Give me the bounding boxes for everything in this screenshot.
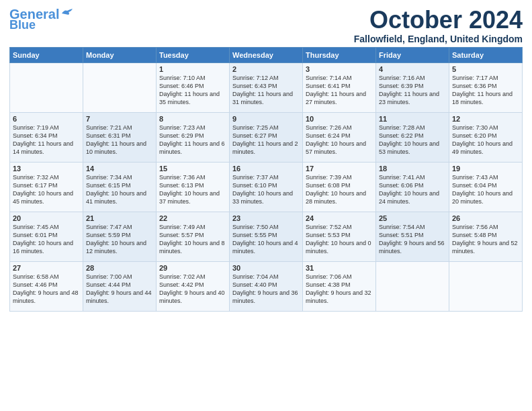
day-number: 8 (159, 115, 226, 123)
day-header-saturday: Saturday (449, 47, 523, 62)
cell-content: Sunrise: 7:19 AMSunset: 6:34 PMDaylight:… (13, 124, 80, 156)
calendar-cell: 3Sunrise: 7:14 AMSunset: 6:41 PMDaylight… (303, 62, 376, 112)
day-header-thursday: Thursday (303, 47, 376, 62)
cell-content: Sunrise: 7:30 AMSunset: 6:20 PMDaylight:… (452, 124, 519, 156)
cell-content: Sunrise: 7:37 AMSunset: 6:10 PMDaylight:… (232, 173, 300, 206)
day-number: 19 (452, 165, 519, 173)
cell-content: Sunrise: 7:56 AMSunset: 5:48 PMDaylight:… (452, 223, 519, 256)
calendar-cell: 12Sunrise: 7:30 AMSunset: 6:20 PMDayligh… (449, 112, 523, 162)
cell-content: Sunrise: 7:14 AMSunset: 6:41 PMDaylight:… (306, 74, 373, 107)
cell-content: Sunrise: 7:28 AMSunset: 6:22 PMDaylight:… (379, 124, 446, 156)
day-number: 7 (86, 115, 153, 123)
calendar-cell: 1Sunrise: 7:10 AMSunset: 6:46 PMDaylight… (157, 62, 230, 112)
calendar-header-row: SundayMondayTuesdayWednesdayThursdayFrid… (10, 47, 523, 62)
calendar-cell (83, 62, 157, 112)
location-title: Fallowfield, England, United Kingdom (354, 34, 523, 44)
calendar-cell: 28Sunrise: 7:00 AMSunset: 4:44 PMDayligh… (83, 261, 157, 311)
day-number: 30 (232, 264, 300, 272)
day-number: 23 (232, 214, 300, 222)
day-number: 1 (159, 65, 226, 73)
calendar-table: SundayMondayTuesdayWednesdayThursdayFrid… (9, 47, 523, 312)
day-number: 29 (159, 264, 226, 272)
calendar-week-3: 13Sunrise: 7:32 AMSunset: 6:17 PMDayligh… (10, 162, 523, 212)
cell-content: Sunrise: 7:25 AMSunset: 6:27 PMDaylight:… (232, 124, 300, 156)
day-number: 15 (159, 165, 226, 173)
day-number: 20 (13, 214, 80, 222)
calendar-cell: 21Sunrise: 7:47 AMSunset: 5:59 PMDayligh… (83, 212, 157, 261)
day-number: 5 (452, 65, 519, 73)
calendar-week-4: 20Sunrise: 7:45 AMSunset: 6:01 PMDayligh… (10, 212, 523, 261)
day-header-sunday: Sunday (10, 47, 83, 62)
cell-content: Sunrise: 7:00 AMSunset: 4:44 PMDaylight:… (86, 273, 153, 306)
cell-content: Sunrise: 7:21 AMSunset: 6:31 PMDaylight:… (86, 124, 153, 156)
cell-content: Sunrise: 7:39 AMSunset: 6:08 PMDaylight:… (306, 173, 373, 206)
cell-content: Sunrise: 7:49 AMSunset: 5:57 PMDaylight:… (159, 223, 226, 256)
cell-content: Sunrise: 7:23 AMSunset: 6:29 PMDaylight:… (159, 124, 226, 156)
cell-content: Sunrise: 7:41 AMSunset: 6:06 PMDaylight:… (379, 173, 446, 206)
calendar-cell (376, 261, 449, 311)
cell-content: Sunrise: 7:17 AMSunset: 6:36 PMDaylight:… (452, 74, 519, 107)
calendar-cell: 4Sunrise: 7:16 AMSunset: 6:39 PMDaylight… (376, 62, 449, 112)
cell-content: Sunrise: 7:34 AMSunset: 6:15 PMDaylight:… (86, 173, 153, 206)
day-number: 9 (232, 115, 300, 123)
calendar-cell: 2Sunrise: 7:12 AMSunset: 6:43 PMDaylight… (230, 62, 303, 112)
day-header-wednesday: Wednesday (230, 47, 303, 62)
cell-content: Sunrise: 7:12 AMSunset: 6:43 PMDaylight:… (232, 74, 300, 107)
calendar-cell: 13Sunrise: 7:32 AMSunset: 6:17 PMDayligh… (10, 162, 83, 212)
cell-content: Sunrise: 7:36 AMSunset: 6:13 PMDaylight:… (159, 173, 226, 206)
cell-content: Sunrise: 6:58 AMSunset: 4:46 PMDaylight:… (13, 273, 80, 306)
day-number: 26 (452, 214, 519, 222)
calendar-cell (449, 261, 523, 311)
calendar-cell: 10Sunrise: 7:26 AMSunset: 6:24 PMDayligh… (303, 112, 376, 162)
calendar-week-2: 6Sunrise: 7:19 AMSunset: 6:34 PMDaylight… (10, 112, 523, 162)
day-number: 11 (379, 115, 446, 123)
day-header-friday: Friday (376, 47, 449, 62)
day-number: 6 (13, 115, 80, 123)
calendar-cell: 26Sunrise: 7:56 AMSunset: 5:48 PMDayligh… (449, 212, 523, 261)
cell-content: Sunrise: 7:32 AMSunset: 6:17 PMDaylight:… (13, 173, 80, 206)
day-header-monday: Monday (83, 47, 157, 62)
cell-content: Sunrise: 7:16 AMSunset: 6:39 PMDaylight:… (379, 74, 446, 107)
cell-content: Sunrise: 7:26 AMSunset: 6:24 PMDaylight:… (306, 124, 373, 156)
cell-content: Sunrise: 7:54 AMSunset: 5:51 PMDaylight:… (379, 223, 446, 256)
page-container: General Blue October 2024 Fallowfield, E… (0, 0, 532, 316)
calendar-cell: 7Sunrise: 7:21 AMSunset: 6:31 PMDaylight… (83, 112, 157, 162)
day-number: 16 (232, 165, 300, 173)
calendar-week-1: 1Sunrise: 7:10 AMSunset: 6:46 PMDaylight… (10, 62, 523, 112)
day-number: 12 (452, 115, 519, 123)
logo-blue: Blue (9, 19, 36, 32)
cell-content: Sunrise: 7:52 AMSunset: 5:53 PMDaylight:… (306, 223, 373, 256)
day-number: 14 (86, 165, 153, 173)
calendar-cell: 6Sunrise: 7:19 AMSunset: 6:34 PMDaylight… (10, 112, 83, 162)
day-number: 31 (306, 264, 373, 272)
day-number: 24 (306, 214, 373, 222)
calendar-cell: 9Sunrise: 7:25 AMSunset: 6:27 PMDaylight… (230, 112, 303, 162)
cell-content: Sunrise: 7:47 AMSunset: 5:59 PMDaylight:… (86, 223, 153, 256)
cell-content: Sunrise: 7:43 AMSunset: 6:04 PMDaylight:… (452, 173, 519, 206)
calendar-cell: 17Sunrise: 7:39 AMSunset: 6:08 PMDayligh… (303, 162, 376, 212)
day-number: 17 (306, 165, 373, 173)
title-block: October 2024 Fallowfield, England, Unite… (354, 7, 523, 44)
calendar-cell: 31Sunrise: 7:06 AMSunset: 4:38 PMDayligh… (303, 261, 376, 311)
calendar-cell: 24Sunrise: 7:52 AMSunset: 5:53 PMDayligh… (303, 212, 376, 261)
cell-content: Sunrise: 7:10 AMSunset: 6:46 PMDaylight:… (159, 74, 226, 107)
day-number: 13 (13, 165, 80, 173)
calendar-cell: 8Sunrise: 7:23 AMSunset: 6:29 PMDaylight… (157, 112, 230, 162)
cell-content: Sunrise: 7:04 AMSunset: 4:40 PMDaylight:… (232, 273, 300, 306)
day-number: 25 (379, 214, 446, 222)
calendar-cell: 20Sunrise: 7:45 AMSunset: 6:01 PMDayligh… (10, 212, 83, 261)
calendar-cell: 11Sunrise: 7:28 AMSunset: 6:22 PMDayligh… (376, 112, 449, 162)
day-number: 28 (86, 264, 153, 272)
calendar-cell: 29Sunrise: 7:02 AMSunset: 4:42 PMDayligh… (157, 261, 230, 311)
cell-content: Sunrise: 7:06 AMSunset: 4:38 PMDaylight:… (306, 273, 373, 306)
calendar-cell: 15Sunrise: 7:36 AMSunset: 6:13 PMDayligh… (157, 162, 230, 212)
day-number: 10 (306, 115, 373, 123)
cell-content: Sunrise: 7:02 AMSunset: 4:42 PMDaylight:… (159, 273, 226, 306)
calendar-cell: 14Sunrise: 7:34 AMSunset: 6:15 PMDayligh… (83, 162, 157, 212)
cell-content: Sunrise: 7:50 AMSunset: 5:55 PMDaylight:… (232, 223, 300, 256)
day-number: 21 (86, 214, 153, 222)
day-number: 22 (159, 214, 226, 222)
calendar-cell: 5Sunrise: 7:17 AMSunset: 6:36 PMDaylight… (449, 62, 523, 112)
calendar-cell (10, 62, 83, 112)
day-number: 18 (379, 165, 446, 173)
